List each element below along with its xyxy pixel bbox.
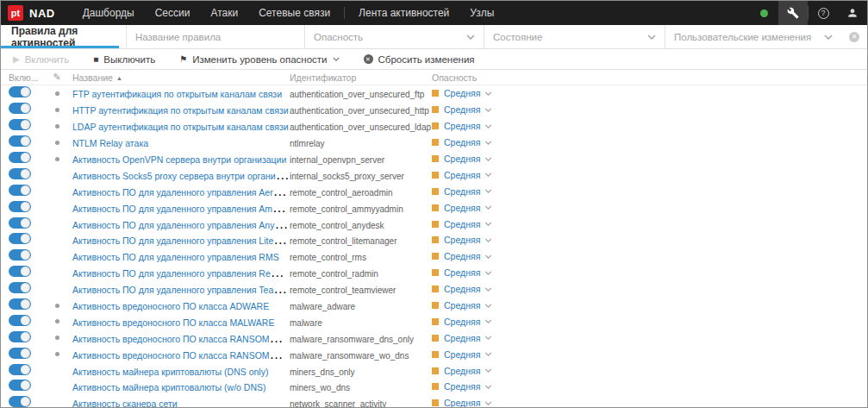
header-name[interactable]: Название▲ — [72, 72, 290, 83]
nav-item-sessions[interactable]: Сессии — [145, 1, 201, 25]
rule-name-link[interactable]: Активность вредоносного ПО класса RANSOM… — [72, 330, 290, 345]
clear-filters-button[interactable]: ✕ — [841, 25, 867, 48]
rule-enabled-toggle[interactable] — [9, 396, 31, 407]
rule-enabled-toggle[interactable] — [9, 233, 31, 244]
rule-enabled-toggle[interactable] — [9, 298, 31, 310]
rule-enabled-toggle[interactable] — [9, 315, 31, 326]
chevron-down-icon[interactable] — [484, 401, 492, 405]
rule-severity-value[interactable]: Средняя — [444, 186, 480, 197]
chevron-down-icon[interactable] — [484, 124, 492, 129]
rule-name-link[interactable]: Активность OpenVPN сервера внутри органи… — [72, 154, 286, 165]
rule-severity-value[interactable]: Средняя — [444, 333, 480, 343]
chevron-down-icon[interactable] — [484, 304, 492, 308]
state-filter-dropdown[interactable]: Состояние — [484, 25, 665, 48]
nav-item-activity-feed[interactable]: Лента активностей — [348, 1, 459, 25]
rule-severity-value[interactable]: Средняя — [444, 137, 480, 148]
nav-item-network-connections[interactable]: Сетевые связи — [248, 1, 340, 25]
rule-name-link[interactable]: Активность сканера сети — [72, 399, 178, 408]
chevron-down-icon[interactable] — [484, 254, 492, 259]
severity-filter-dropdown[interactable]: Опасность — [304, 25, 484, 48]
rule-name-link[interactable]: HTTP аутентификация по открытым каналам … — [72, 105, 289, 116]
rule-enabled-toggle[interactable] — [9, 86, 31, 97]
rule-name-filter-input[interactable] — [135, 32, 296, 42]
chevron-down-icon[interactable] — [484, 91, 492, 96]
reset-changes-button[interactable]: ✕ Сбросить изменения — [360, 54, 478, 65]
rule-name-link[interactable]: Активность вредоносного ПО класса MALWAR… — [72, 317, 274, 328]
user-button[interactable] — [838, 1, 867, 25]
rule-enabled-toggle[interactable] — [9, 168, 31, 179]
rule-name-link[interactable]: Активность Socks5 proxy сервера внутри о… — [72, 167, 290, 182]
chevron-down-icon[interactable] — [484, 385, 492, 389]
nav-item-attacks[interactable]: Атаки — [200, 1, 248, 25]
rule-enabled-toggle[interactable] — [9, 266, 31, 277]
rule-name-link[interactable]: Активность вредоносного ПО класса ADWARE — [72, 301, 269, 311]
chevron-down-icon[interactable] — [484, 336, 492, 340]
chevron-down-icon[interactable] — [484, 222, 492, 226]
chevron-down-icon[interactable] — [484, 205, 492, 210]
rule-severity-value[interactable]: Средняя — [444, 88, 480, 98]
chevron-down-icon[interactable] — [484, 141, 492, 145]
rule-name-link[interactable]: Активность майнера криптовалюты (DNS onl… — [72, 367, 268, 377]
help-button[interactable]: ? — [809, 1, 838, 25]
disable-button[interactable]: ■ Выключить — [90, 54, 159, 65]
rule-enabled-toggle[interactable] — [9, 185, 31, 196]
chevron-down-icon[interactable] — [484, 189, 492, 193]
rule-severity-value[interactable]: Средняя — [444, 317, 480, 327]
enable-button[interactable]: ▶ Включить — [9, 54, 72, 65]
header-severity[interactable]: Опасность — [432, 72, 867, 83]
change-severity-button[interactable]: ⚑ Изменить уровень опасности — [176, 54, 342, 65]
rule-severity-value[interactable]: Средняя — [444, 381, 480, 392]
rule-name-link[interactable]: Активность ПО для удаленного управления … — [72, 200, 290, 215]
rule-name-link[interactable]: Активность вредоносного ПО класса RANSOM… — [72, 347, 290, 361]
rule-enabled-toggle[interactable] — [9, 135, 31, 147]
rule-severity-value[interactable]: Средняя — [444, 203, 480, 213]
chevron-down-icon[interactable] — [484, 173, 492, 177]
rule-severity-value[interactable]: Средняя — [444, 300, 480, 311]
rule-severity-value[interactable]: Средняя — [444, 121, 480, 131]
user-changes-filter-dropdown[interactable]: Пользовательские изменения — [665, 25, 841, 48]
rule-name-link[interactable]: NTLM Relay атака — [72, 138, 148, 148]
rule-severity-value[interactable]: Средняя — [444, 349, 480, 360]
rule-severity-value[interactable]: Средняя — [444, 219, 480, 229]
rule-enabled-toggle[interactable] — [9, 201, 31, 212]
nav-item-dashboards[interactable]: Дашборды — [72, 1, 145, 25]
rule-severity-value[interactable]: Средняя — [444, 251, 480, 261]
rule-name-link[interactable]: Активность майнера криптовалюты (w/o DNS… — [72, 382, 266, 392]
chevron-down-icon[interactable] — [484, 271, 492, 275]
rule-severity-value[interactable]: Средняя — [444, 284, 480, 294]
rule-enabled-toggle[interactable] — [9, 217, 31, 229]
chevron-down-icon[interactable] — [484, 108, 492, 112]
rule-name-link[interactable]: Активность ПО для удаленного управления … — [72, 252, 279, 262]
settings-wrench-button[interactable] — [778, 1, 808, 25]
rule-name-link[interactable]: Активность ПО для удаленного управления … — [72, 217, 290, 231]
rule-name-link[interactable]: FTP аутентификация по открытым каналам с… — [72, 89, 282, 99]
rule-severity-value[interactable]: Средняя — [444, 170, 480, 180]
rule-severity-value[interactable]: Средняя — [444, 398, 480, 408]
header-enabled[interactable]: Вклю... — [1, 72, 41, 83]
rule-enabled-toggle[interactable] — [9, 119, 31, 130]
rule-name-link[interactable]: Активность ПО для удаленного управления … — [72, 265, 290, 279]
rule-severity-value[interactable]: Средняя — [444, 154, 480, 164]
rule-name-link[interactable]: Активность ПО для удаленного управления … — [72, 232, 290, 247]
rule-severity-value[interactable]: Средняя — [444, 235, 480, 245]
chevron-down-icon[interactable] — [484, 157, 492, 161]
chevron-down-icon[interactable] — [484, 352, 492, 356]
rule-enabled-toggle[interactable] — [9, 364, 31, 375]
rule-enabled-toggle[interactable] — [9, 249, 31, 260]
header-modified[interactable]: ✎ — [41, 72, 72, 83]
nav-item-hosts[interactable]: Узлы — [459, 1, 504, 25]
chevron-down-icon[interactable] — [484, 238, 492, 242]
rule-severity-value[interactable]: Средняя — [444, 104, 480, 115]
header-identifier[interactable]: Идентификатор — [290, 72, 432, 83]
chevron-down-icon[interactable] — [484, 368, 492, 373]
rule-name-link[interactable]: LDAP аутентификация по открытым каналам … — [72, 122, 289, 132]
rule-enabled-toggle[interactable] — [9, 348, 31, 359]
rule-enabled-toggle[interactable] — [9, 152, 31, 163]
rule-enabled-toggle[interactable] — [9, 103, 31, 114]
rule-enabled-toggle[interactable] — [9, 380, 31, 391]
rule-enabled-toggle[interactable] — [9, 331, 31, 342]
chevron-down-icon[interactable] — [484, 319, 492, 323]
rule-name-link[interactable]: Активность ПО для удаленного управления … — [72, 184, 290, 198]
rule-name-link[interactable]: Активность ПО для удаленного управления … — [72, 281, 290, 296]
tab-activity-rules[interactable]: Правила для активностей — [1, 25, 126, 48]
